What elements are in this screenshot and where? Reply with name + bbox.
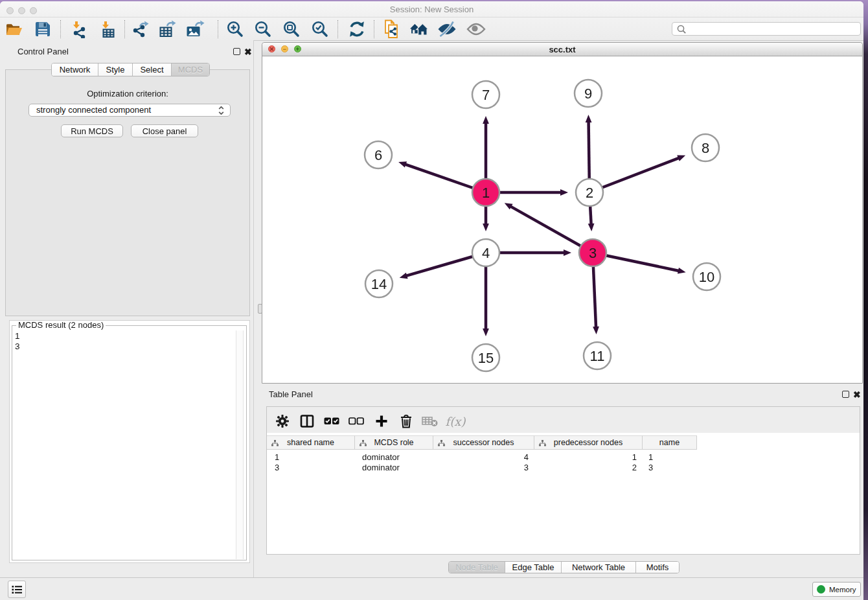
columns-icon [300, 414, 314, 428]
tab-select[interactable]: Select [133, 63, 172, 76]
tab-motifs[interactable]: Motifs [636, 562, 679, 573]
save-session-button[interactable] [33, 19, 52, 39]
add-column-button[interactable] [373, 413, 390, 430]
close-table-panel-icon[interactable]: ✖ [853, 391, 861, 398]
task-history-button[interactable] [8, 581, 26, 598]
table-panel: Table Panel ✖ [262, 386, 863, 577]
column-header-name[interactable]: name [643, 435, 697, 450]
import-network-icon [69, 20, 87, 38]
zoom-selected-button[interactable] [310, 19, 330, 39]
table-settings-button[interactable] [274, 413, 291, 430]
network-view-frame: ✕ − + scc.txt 1234678910111415 [262, 42, 863, 384]
column-header-label: predecessor nodes [554, 438, 622, 447]
show-column-panel-button[interactable] [299, 413, 315, 430]
export-image-icon [185, 20, 205, 38]
zoom-out-button[interactable] [253, 19, 273, 39]
cell-name[interactable]: 1 [643, 452, 697, 463]
node-label-3: 3 [589, 245, 597, 261]
select-all-columns-button[interactable] [323, 413, 340, 430]
float-table-panel-icon[interactable] [842, 391, 849, 398]
import-table-icon [98, 20, 117, 38]
toolbar-separator [218, 20, 218, 38]
network-frame-title: scc.txt [262, 45, 862, 54]
cell-predecessor-nodes[interactable]: 2 [534, 463, 643, 473]
mcds-result-title: MCDS result (2 nodes) [16, 321, 106, 330]
mcds-result-text[interactable]: 13 [15, 331, 20, 352]
cell-MCDS-role[interactable]: dominator [355, 452, 433, 463]
zoom-fit-button[interactable] [282, 19, 301, 39]
unchecked-boxes-icon [348, 417, 364, 426]
criterion-dropdown[interactable]: strongly connected component [29, 104, 231, 117]
desktop-background [863, 0, 868, 600]
import-network-button[interactable] [69, 19, 88, 39]
cell-shared-name[interactable]: 1 [267, 452, 355, 463]
run-mcds-button[interactable]: Run MCDS [61, 124, 123, 137]
close-panel-button[interactable]: Close panel [131, 124, 198, 137]
import-table-button[interactable] [98, 19, 117, 39]
open-file-button[interactable] [5, 19, 24, 39]
tab-style[interactable]: Style [98, 63, 133, 76]
column-header-shared-name[interactable]: shared name [267, 435, 355, 450]
zoom-in-icon [226, 20, 244, 38]
control-panel-tabs: NetworkStyleSelectMCDS [51, 63, 210, 76]
export-network-button[interactable] [131, 19, 150, 39]
zoom-fit-icon [282, 20, 301, 38]
arrowhead-4-15 [483, 329, 489, 336]
delete-table-button[interactable] [422, 413, 439, 430]
tab-edge-table[interactable]: Edge Table [505, 562, 562, 573]
column-hierarchy-icon [438, 440, 445, 446]
list-icon [12, 585, 22, 594]
column-header-label: shared name [287, 438, 334, 447]
tab-network-table[interactable]: Network Table [562, 562, 636, 573]
memory-status-dot [817, 585, 825, 594]
unselect-all-columns-button[interactable] [348, 413, 365, 430]
column-header-label: MCDS role [374, 438, 413, 447]
delete-column-button[interactable] [398, 413, 415, 430]
column-header-predecessor-nodes[interactable]: predecessor nodes [534, 435, 643, 450]
node-table-container: f(x) shared nameMCDS rolesuccessor nodes… [266, 406, 860, 555]
export-image-button[interactable] [185, 19, 205, 39]
network-canvas[interactable]: 1234678910111415 [262, 56, 862, 383]
network-graph: 1234678910111415 [262, 56, 862, 383]
memory-button[interactable]: Memory [812, 582, 861, 597]
save-icon [34, 21, 51, 38]
application-window: Session: New Session [0, 0, 868, 600]
table-toolbar: f(x) [267, 407, 860, 433]
cell-name[interactable]: 3 [643, 463, 697, 473]
cell-successor-nodes[interactable]: 3 [433, 463, 534, 473]
arrowhead-1-7 [483, 116, 489, 124]
column-header-successor-nodes[interactable]: successor nodes [433, 435, 534, 450]
first-neighbors-button[interactable] [409, 19, 429, 39]
main-toolbar [0, 17, 863, 41]
mcds-result-line: 3 [15, 341, 20, 352]
refresh-layout-button[interactable] [347, 19, 367, 39]
arrowhead-3-11 [593, 327, 599, 334]
cell-successor-nodes[interactable]: 4 [433, 452, 534, 463]
search-input[interactable] [672, 22, 861, 36]
node-label-15: 15 [478, 350, 494, 366]
control-panel-title: Control Panel [17, 47, 69, 56]
tab-node-table[interactable]: Node Table [449, 562, 505, 573]
function-builder-button[interactable]: f(x) [442, 413, 468, 430]
hide-selected-button[interactable] [437, 19, 457, 39]
cell-MCDS-role[interactable]: dominator [355, 463, 433, 473]
tab-mcds[interactable]: MCDS [172, 63, 209, 76]
arrowhead-1-2 [560, 189, 568, 196]
control-panel: Control Panel ✖ NetworkStyleSelectMCDS O… [0, 40, 254, 577]
float-panel-icon[interactable] [233, 48, 240, 55]
cell-predecessor-nodes[interactable]: 1 [534, 452, 643, 463]
tab-network[interactable]: Network [52, 63, 98, 76]
zoom-in-button[interactable] [225, 19, 245, 39]
close-panel-icon[interactable]: ✖ [244, 48, 252, 56]
new-network-from-selection-button[interactable] [382, 19, 402, 39]
zoom-out-icon [254, 20, 272, 38]
mcds-result-scrollbar[interactable] [236, 330, 244, 559]
column-header-MCDS-role[interactable]: MCDS role [355, 435, 433, 450]
export-table-button[interactable] [157, 19, 177, 39]
cell-shared-name[interactable]: 3 [267, 463, 355, 473]
node-label-6: 6 [374, 147, 382, 163]
show-all-button[interactable] [466, 19, 486, 39]
export-network-icon [131, 20, 150, 38]
toolbar-separator [124, 20, 125, 38]
arrowhead-2-8 [677, 156, 685, 161]
